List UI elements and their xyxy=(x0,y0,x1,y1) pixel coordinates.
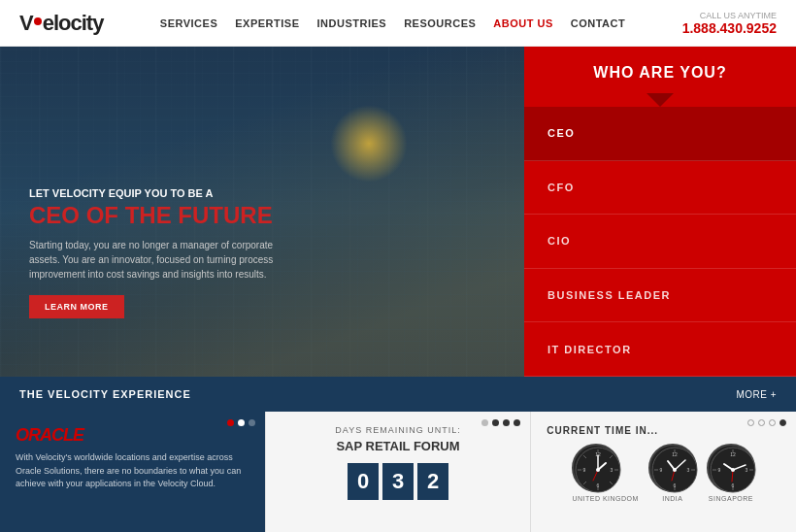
dot-cl3 xyxy=(769,419,776,426)
countdown-digits: 0 3 2 xyxy=(282,463,515,500)
header: Velocity SERVICES EXPERTISE INDUSTRIES R… xyxy=(0,0,796,47)
clocks-row: 12 3 6 9 UNITED KINGDOM xyxy=(547,444,780,502)
dot-c2 xyxy=(492,419,499,426)
who-item-cfo[interactable]: CFO xyxy=(524,161,796,216)
clock-face-singapore: 12 3 6 9 xyxy=(707,444,755,492)
svg-text:6: 6 xyxy=(732,482,735,488)
nav-resources[interactable]: RESOURCES xyxy=(404,17,476,29)
clock-face-uk: 12 3 6 9 xyxy=(572,444,620,492)
oracle-card-text: With Velocity's worldwide locations and … xyxy=(16,451,249,491)
svg-text:6: 6 xyxy=(674,482,677,488)
countdown-event: SAP RETAIL FORUM xyxy=(282,439,515,453)
nav-industries[interactable]: INDUSTRIES xyxy=(317,17,387,29)
countdown-card: DAYS REMAINING UNTIL: SAP RETAIL FORUM 0… xyxy=(266,412,532,532)
hero-section: LET VELOCITY EQUIP YOU TO BE A CEO OF TH… xyxy=(0,47,524,377)
logo-v: V xyxy=(19,11,33,36)
clock-singapore: 12 3 6 9 SINGAPORE xyxy=(707,444,755,502)
svg-point-16 xyxy=(596,468,600,472)
hero-pre-title: LET VELOCITY EQUIP YOU TO BE A xyxy=(29,187,282,199)
digit-2: 2 xyxy=(417,463,448,500)
nav-contact[interactable]: CONTACT xyxy=(571,17,625,29)
main-nav: SERVICES EXPERTISE INDUSTRIES RESOURCES … xyxy=(160,17,625,29)
svg-text:3: 3 xyxy=(611,467,614,473)
countdown-label: DAYS REMAINING UNTIL: xyxy=(282,425,515,435)
countdown-card-dots xyxy=(481,419,520,426)
more-button[interactable]: MORE + xyxy=(736,389,777,400)
velocity-experience-title: THE VELOCITY EXPERIENCE xyxy=(19,388,191,400)
svg-point-29 xyxy=(673,468,677,472)
who-title: WHO ARE YOU? xyxy=(524,47,796,93)
dot-3 xyxy=(249,419,255,426)
call-number: 1.888.430.9252 xyxy=(682,20,777,36)
svg-point-42 xyxy=(731,468,735,472)
nav-expertise[interactable]: EXPERTISE xyxy=(235,17,299,29)
svg-text:9: 9 xyxy=(583,467,586,473)
oracle-card: ORACLE With Velocity's worldwide locatio… xyxy=(0,412,266,532)
who-item-it-director[interactable]: IT DIRECTOR xyxy=(524,322,796,377)
logo[interactable]: Velocity xyxy=(19,11,103,36)
call-label: CALL US ANYTIME xyxy=(682,11,777,20)
dot-c1 xyxy=(481,419,488,426)
who-items-list: CEO CFO CIO BUSINESS LEADER IT DIRECTOR xyxy=(524,107,796,377)
svg-text:9: 9 xyxy=(718,467,721,473)
dot-cl4 xyxy=(779,419,786,426)
clock-label-india: INDIA xyxy=(648,495,697,502)
oracle-logo: ORACLE xyxy=(16,425,249,446)
learn-more-button[interactable]: LEARN MORE xyxy=(29,295,124,318)
clock-uk: 12 3 6 9 UNITED KINGDOM xyxy=(572,444,638,502)
bottom-bar: THE VELOCITY EXPERIENCE MORE + xyxy=(0,377,796,412)
svg-text:3: 3 xyxy=(687,467,690,473)
dot-cl1 xyxy=(747,419,754,426)
oracle-card-dots xyxy=(227,419,255,426)
hero-sun xyxy=(330,105,408,183)
svg-text:6: 6 xyxy=(597,482,600,488)
dot-c4 xyxy=(514,419,520,426)
cards-section: ORACLE With Velocity's worldwide locatio… xyxy=(0,412,796,532)
clock-card: CURRENT TIME IN... xyxy=(531,412,796,532)
digit-3: 3 xyxy=(382,463,414,500)
who-item-business-leader[interactable]: BUSINESS LEADER xyxy=(524,269,796,323)
svg-text:12: 12 xyxy=(730,451,736,457)
svg-text:3: 3 xyxy=(746,467,748,473)
dot-1 xyxy=(227,419,234,426)
nav-about-us[interactable]: ABOUT US xyxy=(493,17,552,29)
clock-card-dots xyxy=(747,419,786,426)
hero-title: CEO OF THE FUTURE xyxy=(29,203,282,228)
who-are-you-sidebar: WHO ARE YOU? CEO CFO CIO BUSINESS LEADER… xyxy=(524,47,796,377)
dot-2 xyxy=(238,419,245,426)
logo-dot xyxy=(34,17,42,25)
svg-text:12: 12 xyxy=(672,451,678,457)
hero-content: LET VELOCITY EQUIP YOU TO BE A CEO OF TH… xyxy=(29,187,282,318)
who-arrow xyxy=(647,93,674,107)
logo-elocity: elocity xyxy=(43,11,104,36)
dot-c3 xyxy=(503,419,510,426)
who-item-ceo[interactable]: CEO xyxy=(524,107,796,161)
who-item-cio[interactable]: CIO xyxy=(524,215,796,269)
clock-face-india: 12 3 6 9 xyxy=(648,444,697,492)
clock-india: 12 3 6 9 INDIA xyxy=(648,444,697,502)
call-info: CALL US ANYTIME 1.888.430.9252 xyxy=(682,11,777,36)
clock-label-singapore: SINGAPORE xyxy=(707,495,755,502)
clock-label-uk: UNITED KINGDOM xyxy=(572,495,638,502)
main-area: LET VELOCITY EQUIP YOU TO BE A CEO OF TH… xyxy=(0,47,796,377)
nav-services[interactable]: SERVICES xyxy=(160,17,217,29)
digit-0: 0 xyxy=(348,463,379,500)
hero-description: Starting today, you are no longer a mana… xyxy=(29,238,282,282)
svg-text:9: 9 xyxy=(660,467,663,473)
clock-title: CURRENT TIME IN... xyxy=(547,425,780,436)
dot-cl2 xyxy=(758,419,765,426)
